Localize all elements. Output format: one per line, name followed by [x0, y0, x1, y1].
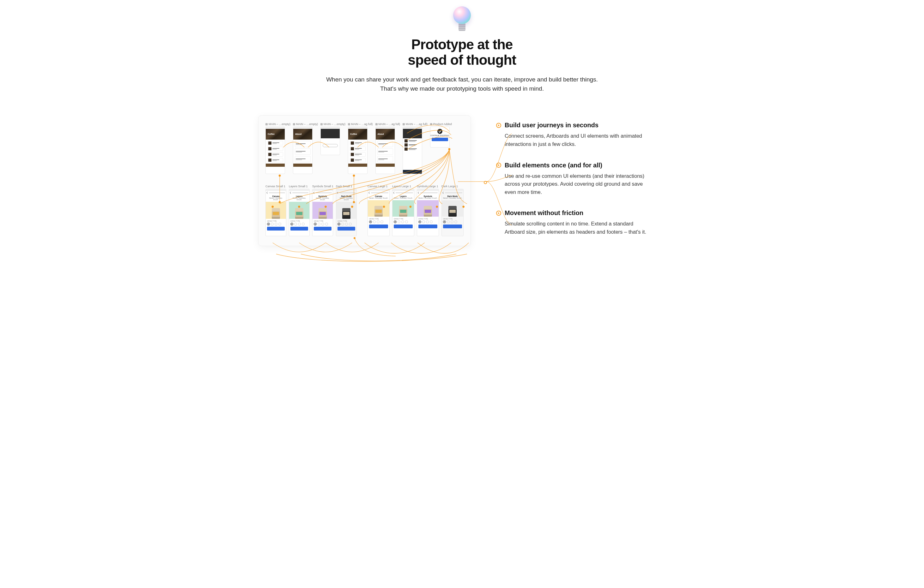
canvas-row-1: MAIN – …empty) Coffee MAIN – …empty) Abo…	[266, 122, 464, 174]
product-screen: Canvas Medium. Chocolatey. Smooth. GRIND…	[368, 189, 389, 236]
tab-bar	[266, 163, 285, 167]
feature-build-elements: Build elements once (and for all) Use an…	[496, 162, 666, 196]
feature-title: Movement without friction	[505, 209, 583, 217]
checkout-bar	[403, 170, 422, 174]
play-bullet-icon	[496, 123, 501, 128]
modal-screen: CONTINUE SHOPPING	[430, 127, 450, 147]
headline-line-2: speed of thought	[408, 52, 516, 68]
product-subtitle: Medium. Chocolatey. Smooth.	[418, 198, 437, 199]
play-bullet-icon	[496, 211, 501, 216]
back-icon	[418, 192, 420, 194]
canvas-panel: MAIN – …empty) Coffee MAIN – …empty) Abo…	[258, 115, 471, 246]
product-title: Dark Mode	[443, 195, 462, 198]
canvas-illustration: MAIN – …empty) Coffee MAIN – …empty) Abo…	[258, 115, 471, 246]
option-label: GRIND TYPE	[267, 221, 285, 222]
artboard-product: Canvas Large 1 Canvas Medium. Chocolatey…	[368, 185, 389, 236]
back-icon	[442, 192, 445, 194]
feature-body: Connect screens, Artboards and UI elemen…	[496, 132, 648, 148]
option-label: GRIND TYPE	[418, 218, 437, 220]
artboard-product: Symbols Small 1 Symbols Medium. Chocolat…	[312, 185, 333, 236]
product-title: Dark Mode	[338, 195, 355, 198]
option-dots	[314, 222, 332, 226]
tab-bar	[348, 163, 367, 167]
product-screen: Dark Mode Medium. Chocolatey. Smooth. GR…	[336, 189, 357, 236]
product-screen: Layers Medium. Chocolatey. Smooth. GRIND…	[392, 189, 414, 236]
artboard-product: Dark Small 1 Dark Mode Medium. Chocolate…	[336, 185, 357, 236]
feature-movement: Movement without friction Simulate scrol…	[496, 209, 666, 236]
option-label: GRIND TYPE	[338, 221, 355, 222]
artboard-product: Symbols Large 1 Symbols Medium. Chocolat…	[417, 185, 439, 236]
product-screen: Symbols Medium. Chocolatey. Smooth. GRIN…	[312, 189, 333, 236]
product-title: Canvas	[369, 195, 388, 198]
artboard-label: Dark Large 1	[441, 185, 464, 188]
app-screen: Bag	[320, 127, 340, 155]
content-columns: MAIN – …empty) Coffee MAIN – …empty) Abo…	[258, 115, 666, 246]
artboard-label: MAIN – …empty)	[266, 122, 290, 126]
product-subtitle: Medium. Chocolatey. Smooth.	[443, 198, 462, 199]
product-subtitle: Medium. Chocolatey. Smooth.	[314, 198, 332, 201]
product-photo	[442, 200, 463, 217]
product-subtitle: Medium. Chocolatey. Smooth.	[267, 198, 285, 201]
back-icon	[368, 192, 371, 194]
app-screen: Coffee	[266, 127, 285, 174]
artboard-label: Canvas Large 1	[368, 185, 389, 188]
feature-title: Build user journeys in seconds	[505, 122, 599, 129]
add-to-bag-button	[314, 227, 332, 231]
feature-body: Use and re-use common UI elements (and t…	[496, 172, 648, 196]
artboard-label: Symbols Large 1	[417, 185, 439, 188]
app-screen: Coffee	[348, 127, 368, 174]
canvas-row-2: Canvas Small 1 Canvas Medium. Chocolatey…	[266, 185, 464, 236]
tab-bar	[293, 163, 312, 167]
product-photo	[266, 202, 286, 219]
artboard-label: MAIN – …empty)	[293, 122, 318, 126]
add-to-bag-button	[267, 227, 285, 231]
add-to-bag-button	[338, 227, 355, 231]
page-lede: When you can share your work and get fee…	[320, 75, 604, 94]
svg-point-2	[353, 175, 355, 177]
product-photo	[393, 200, 414, 217]
artboard-label: Dark Small 1	[336, 185, 357, 188]
artboard-product: Canvas Small 1 Canvas Medium. Chocolatey…	[266, 185, 286, 236]
product-subtitle: Medium. Chocolatey. Smooth.	[369, 198, 388, 199]
modal-caption: CONTINUE SHOPPING	[431, 135, 449, 137]
tab-bar	[376, 163, 395, 167]
back-icon	[290, 192, 292, 194]
go-to-bag-button	[432, 138, 448, 141]
artboard-label: MAIN – …ag full)	[375, 122, 400, 126]
artboard-modal: Product Added CONTINUE SHOPPING	[430, 122, 452, 174]
add-to-bag-button	[369, 224, 388, 228]
option-label: GRIND TYPE	[290, 221, 308, 222]
artboard: MAIN – …ag full) Coffee	[348, 122, 373, 174]
add-to-bag-button	[418, 224, 437, 228]
artboard-label: MAIN – …empty)	[320, 122, 345, 126]
feature-build-journeys: Build user journeys in seconds Connect s…	[496, 122, 666, 148]
product-photo	[417, 200, 439, 217]
success-check-icon	[437, 129, 442, 134]
back-icon	[266, 192, 269, 194]
feature-body: Simulate scrolling content in no time. E…	[496, 220, 648, 236]
artboard-label: Layers Large 1	[392, 185, 414, 188]
artboard-product: Dark Large 1 Dark Mode Medium. Chocolate…	[441, 185, 464, 236]
option-dots	[418, 221, 437, 223]
option-dots	[267, 222, 285, 226]
product-photo	[368, 200, 389, 217]
product-subtitle: Medium. Chocolatey. Smooth.	[290, 198, 308, 201]
option-dots	[369, 221, 388, 223]
artboard: MAIN – …ag full) Bag	[403, 122, 427, 174]
option-dots	[443, 221, 462, 223]
option-label: GRIND TYPE	[443, 218, 462, 220]
app-screen: Bag	[403, 127, 422, 174]
artboard: MAIN – …empty) About	[293, 122, 318, 174]
artboard-label: Layers Small 1	[289, 185, 310, 188]
product-subtitle: Medium. Chocolatey. Smooth.	[338, 198, 355, 201]
artboard-product: Layers Small 1 Layers Medium. Chocolatey…	[289, 185, 310, 236]
product-title: Layers	[290, 195, 308, 198]
app-screen: About	[293, 127, 312, 174]
option-label: GRIND TYPE	[394, 218, 413, 220]
artboard-label: MAIN – …ag full)	[348, 122, 373, 126]
play-bullet-icon	[496, 163, 501, 168]
artboard-label: Symbols Small 1	[312, 185, 333, 188]
svg-point-0	[279, 175, 281, 177]
product-title: Symbols	[418, 195, 437, 198]
headline-line-1: Prototype at the	[411, 37, 513, 52]
